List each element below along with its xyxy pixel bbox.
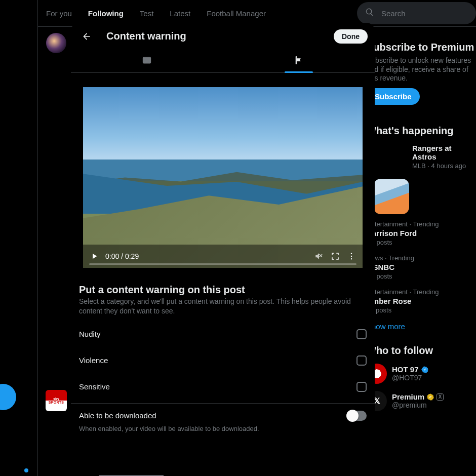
compose-button[interactable]	[0, 384, 16, 410]
trend-posts: 9K posts	[367, 239, 476, 246]
whats-happening-title: What's happening	[367, 125, 476, 137]
trend-category: News · Trending	[367, 254, 476, 262]
toggle-knob	[346, 410, 359, 422]
follow-name: Premium X	[392, 392, 444, 401]
content-warning-modal: Content warning Done 0:00 / 0:29	[71, 23, 375, 475]
tab-content-warning[interactable]	[223, 50, 375, 72]
who-to-follow-title: Who to follow	[367, 345, 476, 356]
download-title: Able to be downloaded	[79, 411, 156, 420]
checkbox-icon[interactable]	[356, 329, 367, 339]
trend-posts: 8K posts	[367, 272, 476, 280]
search-input[interactable]	[381, 9, 468, 18]
avatar[interactable]	[46, 33, 66, 53]
follow-name-text: Premium	[392, 392, 424, 401]
verified-badge-icon	[426, 393, 434, 401]
affiliate-badge: X	[437, 393, 444, 401]
trend-title: Harrison Ford	[367, 229, 476, 237]
trend-category: Entertainment · Trending	[367, 288, 476, 296]
svg-point-1	[351, 253, 352, 254]
svg-point-3	[351, 258, 352, 259]
featured-trend[interactable]: Rangers at Astros MLB · 4 hours ago	[367, 140, 476, 180]
right-sidebar: Subscribe to Premium Subscribe to unlock…	[360, 30, 476, 418]
video-sky	[83, 87, 363, 160]
trend-title: MSNBC	[367, 263, 476, 271]
trend-item[interactable]: Entertainment · Trending Harrison Ford 9…	[367, 220, 476, 246]
fullscreen-icon[interactable]	[330, 251, 340, 261]
show-more-link[interactable]: Show more	[367, 322, 476, 331]
download-section: Able to be downloaded When enabled, your…	[71, 404, 375, 442]
cc-icon	[142, 55, 152, 67]
cw-description: Select a category, and we'll put a conte…	[79, 297, 367, 316]
follow-suggestion[interactable]: 𝕏 Premium X @premium	[367, 391, 476, 411]
tab-captions[interactable]	[71, 50, 223, 72]
cw-option-label: Violence	[79, 356, 108, 365]
trend-item[interactable]: Entertainment · Trending Amber Rose 52 p…	[367, 288, 476, 314]
follow-handle: @HOT97	[392, 374, 429, 382]
follow-name-text: HOT 97	[392, 365, 419, 374]
flag-icon	[294, 55, 304, 67]
modal-title: Content warning	[106, 30, 323, 42]
follow-suggestion[interactable]: HOT 97 @HOT97	[367, 364, 476, 384]
follow-handle: @premium	[392, 401, 444, 409]
notification-dot	[24, 468, 28, 472]
content-warning-section: Put a content warning on this post Selec…	[71, 280, 375, 404]
download-toggle[interactable]	[346, 411, 367, 421]
post-avatar-sky: skySPORTS	[46, 390, 67, 411]
video-preview[interactable]: 0:00 / 0:29	[83, 87, 363, 268]
modal-tabs	[71, 50, 375, 73]
premium-desc: Subscribe to unlock new features and if …	[367, 56, 476, 83]
video-area: 0:00 / 0:29	[71, 73, 375, 280]
cw-option-label: Nudity	[79, 330, 101, 338]
trend-item[interactable]: News · Trending MSNBC 8K posts	[367, 254, 476, 280]
checkbox-icon[interactable]	[356, 355, 367, 366]
trend-title: Amber Rose	[367, 297, 476, 305]
cw-option-violence[interactable]: Violence	[79, 347, 367, 374]
video-time: 0:00 / 0:29	[105, 252, 139, 260]
search-icon	[365, 8, 374, 19]
cw-option-nudity[interactable]: Nudity	[79, 321, 367, 347]
follow-name: HOT 97	[392, 365, 429, 374]
featured-meta: MLB · 4 hours ago	[412, 162, 476, 170]
svg-rect-0	[143, 57, 151, 63]
tab-for-you[interactable]: For you	[38, 0, 80, 27]
video-scrubber[interactable]	[89, 263, 356, 265]
featured-thumb	[374, 179, 409, 214]
back-button[interactable]	[78, 28, 95, 45]
modal-header: Content warning Done	[71, 23, 375, 50]
featured-title: Rangers at Astros	[412, 144, 476, 161]
verified-badge-icon	[421, 366, 429, 374]
play-icon[interactable]	[89, 251, 99, 261]
done-button[interactable]: Done	[334, 29, 368, 44]
cw-option-label: Sensitive	[79, 382, 110, 391]
download-desc: When enabled, your video will be availab…	[79, 425, 367, 432]
svg-point-2	[351, 256, 352, 257]
checkbox-icon[interactable]	[356, 382, 367, 392]
search-box[interactable]	[357, 2, 476, 24]
video-controls: 0:00 / 0:29	[83, 245, 363, 268]
cw-option-sensitive[interactable]: Sensitive	[79, 374, 367, 400]
cw-heading: Put a content warning on this post	[79, 284, 367, 296]
premium-title: Subscribe to Premium	[367, 42, 476, 53]
mute-icon[interactable]	[314, 251, 324, 261]
more-icon[interactable]	[346, 251, 356, 261]
trend-posts: 52 posts	[367, 306, 476, 314]
left-nav-rail	[0, 0, 38, 476]
trend-category: Entertainment · Trending	[367, 220, 476, 228]
